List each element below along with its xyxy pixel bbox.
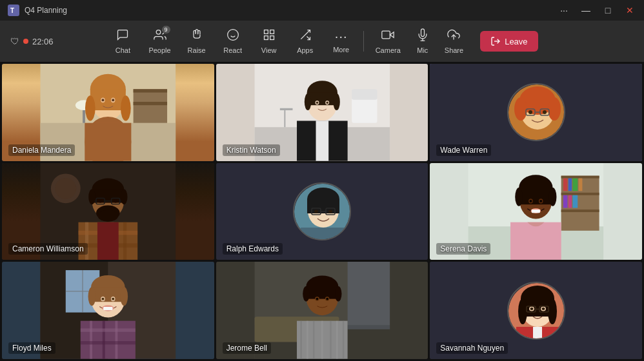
svg-rect-105 bbox=[563, 178, 568, 191]
chat-label: Chat bbox=[116, 46, 130, 54]
react-button[interactable]: React bbox=[216, 24, 250, 58]
svg-point-133 bbox=[88, 288, 96, 306]
participant-name-jerome: Jerome Bell bbox=[223, 342, 271, 354]
leave-button[interactable]: Leave bbox=[480, 31, 538, 52]
svg-rect-40 bbox=[279, 108, 292, 110]
svg-rect-35 bbox=[85, 123, 131, 161]
participant-name-daniela: Daniela Mandera bbox=[8, 144, 75, 156]
title-bar-left: T Q4 Planning bbox=[8, 5, 67, 16]
recording-indicator bbox=[23, 39, 28, 44]
title-bar: T Q4 Planning ··· — □ ✕ bbox=[0, 0, 644, 21]
svg-rect-27 bbox=[90, 89, 126, 110]
camera-icon bbox=[381, 28, 395, 44]
video-cell-jerome[interactable]: Jerome Bell bbox=[216, 262, 428, 359]
svg-rect-13 bbox=[382, 31, 390, 39]
leave-label: Leave bbox=[505, 37, 527, 46]
svg-rect-132 bbox=[91, 288, 125, 302]
savannah-avatar bbox=[508, 283, 565, 340]
svg-point-46 bbox=[333, 93, 339, 110]
svg-rect-106 bbox=[569, 178, 572, 191]
svg-point-63 bbox=[543, 110, 547, 114]
view-label: View bbox=[261, 46, 277, 54]
svg-point-66 bbox=[55, 178, 76, 199]
svg-point-45 bbox=[304, 93, 310, 110]
svg-rect-108 bbox=[579, 178, 583, 191]
svg-rect-110 bbox=[569, 195, 572, 208]
svg-rect-122 bbox=[532, 210, 540, 213]
raise-button[interactable]: Raise bbox=[180, 24, 214, 58]
video-cell-kristin[interactable]: Kristin Watson bbox=[216, 64, 428, 161]
share-icon bbox=[447, 28, 460, 44]
svg-rect-22 bbox=[134, 102, 167, 105]
svg-point-159 bbox=[326, 298, 328, 300]
svg-point-116 bbox=[549, 188, 557, 206]
svg-rect-109 bbox=[563, 195, 568, 208]
svg-point-172 bbox=[518, 298, 527, 324]
participant-name-floyd: Floyd Miles bbox=[8, 342, 55, 354]
apps-button[interactable]: Apps bbox=[288, 24, 322, 58]
react-label: React bbox=[223, 46, 242, 54]
mic-label: Mic bbox=[417, 46, 428, 54]
video-cell-serena[interactable]: Serena Davis bbox=[430, 163, 642, 260]
apps-icon bbox=[299, 28, 312, 44]
wade-avatar bbox=[508, 84, 565, 141]
participant-name-cameron: Cameron Williamson bbox=[8, 243, 88, 255]
svg-point-49 bbox=[316, 102, 317, 104]
participant-name-ralph: Ralph Edwards bbox=[223, 243, 283, 255]
svg-rect-44 bbox=[307, 93, 337, 106]
svg-point-3 bbox=[227, 30, 238, 41]
mic-button[interactable]: Mic bbox=[410, 24, 436, 58]
call-timer: 22:06 bbox=[32, 37, 54, 46]
more-options-button[interactable]: ··· bbox=[558, 5, 570, 15]
svg-rect-103 bbox=[561, 193, 599, 195]
teams-logo-icon: T bbox=[8, 5, 19, 16]
svg-point-50 bbox=[326, 102, 328, 104]
svg-point-120 bbox=[540, 200, 543, 202]
video-cell-ralph[interactable]: Ralph Edwards bbox=[216, 163, 428, 260]
maximize-button[interactable]: □ bbox=[601, 5, 614, 15]
app-title: Q4 Planning bbox=[25, 6, 67, 15]
svg-rect-39 bbox=[352, 89, 377, 99]
video-grid: Daniela Mandera bbox=[0, 62, 644, 361]
svg-point-71 bbox=[121, 189, 127, 204]
svg-rect-140 bbox=[103, 307, 112, 310]
video-cell-daniela[interactable]: Daniela Mandera bbox=[2, 64, 214, 161]
svg-marker-12 bbox=[390, 32, 394, 37]
share-button[interactable]: Share bbox=[438, 24, 470, 58]
share-label: Share bbox=[445, 46, 463, 54]
svg-rect-111 bbox=[573, 195, 578, 208]
more-button[interactable]: ··· More bbox=[325, 25, 358, 57]
timer-area: 🛡 22:06 bbox=[10, 36, 54, 46]
close-button[interactable]: ✕ bbox=[623, 5, 636, 15]
svg-rect-153 bbox=[306, 286, 338, 299]
svg-rect-104 bbox=[561, 210, 599, 212]
video-cell-savannah[interactable]: Savannah Nguyen bbox=[430, 262, 642, 359]
svg-line-11 bbox=[307, 37, 310, 40]
react-icon bbox=[226, 28, 239, 44]
svg-point-155 bbox=[335, 286, 341, 302]
raise-label: Raise bbox=[188, 46, 206, 54]
video-cell-floyd[interactable]: Floyd Miles bbox=[2, 262, 214, 359]
more-label: More bbox=[333, 46, 349, 54]
chat-button[interactable]: Chat bbox=[106, 24, 139, 58]
svg-text:T: T bbox=[10, 7, 14, 14]
svg-rect-146 bbox=[81, 341, 136, 344]
participant-name-serena: Serena Davis bbox=[436, 243, 490, 255]
svg-point-115 bbox=[516, 188, 523, 206]
svg-rect-114 bbox=[519, 188, 552, 204]
svg-point-62 bbox=[528, 110, 532, 114]
svg-point-173 bbox=[548, 298, 557, 324]
svg-point-70 bbox=[88, 189, 95, 204]
camera-button[interactable]: Camera bbox=[369, 24, 407, 58]
svg-rect-150 bbox=[347, 262, 390, 329]
svg-rect-9 bbox=[264, 36, 268, 40]
svg-point-28 bbox=[85, 95, 96, 121]
video-cell-cameron[interactable]: Cameron Williamson bbox=[2, 163, 214, 260]
minimize-button[interactable]: — bbox=[579, 5, 592, 15]
svg-point-119 bbox=[530, 200, 532, 202]
view-button[interactable]: View bbox=[252, 24, 286, 58]
svg-rect-98 bbox=[301, 228, 346, 240]
people-button[interactable]: 9 People bbox=[142, 24, 177, 58]
svg-point-57 bbox=[514, 97, 527, 121]
video-cell-wade[interactable]: Wade Warren bbox=[430, 64, 642, 161]
